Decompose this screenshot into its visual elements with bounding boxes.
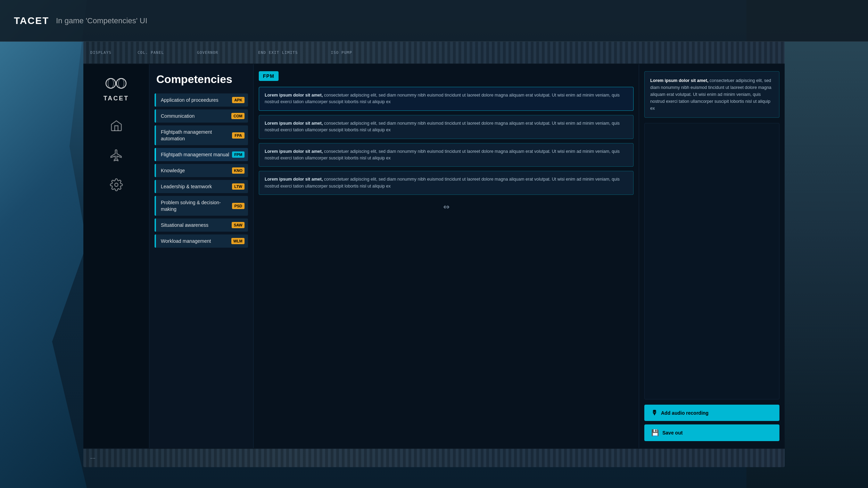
nav-item-home[interactable]: [107, 116, 126, 135]
comp-name-wlm: Workload management: [161, 238, 229, 244]
detail-card-3[interactable]: Lorem ipsum dolor sit amet, consectetuer…: [259, 143, 634, 167]
comp-badge-wlm: WLM: [231, 238, 245, 244]
cockpit-label-2: COL. PANEL: [138, 50, 164, 55]
detail-text-1: Lorem ipsum dolor sit amet, consectetuer…: [265, 92, 628, 106]
brand-name: TACET: [14, 15, 49, 26]
nav-item-settings[interactable]: [107, 175, 126, 194]
add-audio-button[interactable]: 🎙 Add audio recording: [644, 405, 779, 421]
cockpit-strip-inner: DISPLAYS COL. PANEL GOVERNOR END EXIT LI…: [83, 42, 785, 64]
comp-name-fpm: Flightpath management manual: [161, 151, 229, 158]
info-text: Lorem ipsum dolor sit amet, consectetuer…: [650, 77, 774, 112]
comp-name-ltw: Leadership & teamwork: [161, 183, 229, 190]
cockpit-label-3: GOVERNOR: [197, 50, 218, 55]
save-out-label: Save out: [662, 430, 683, 436]
center-panel: FPM Lorem ipsum dolor sit amet, consecte…: [254, 64, 639, 448]
logo-text: TACET: [104, 95, 129, 102]
svg-point-4: [115, 183, 118, 187]
settings-icon: [110, 178, 123, 191]
info-card: Lorem ipsum dolor sit amet, consectetuer…: [644, 71, 779, 118]
comp-name-saw: Situational awareness: [161, 222, 229, 228]
detail-text-3: Lorem ipsum dolor sit amet, consectetuer…: [265, 148, 628, 162]
comp-name-kno: Knowledge: [161, 167, 229, 174]
action-buttons: 🎙 Add audio recording 💾 Save out: [644, 405, 779, 441]
nav-items: [107, 116, 126, 441]
comp-name-com: Communication: [161, 113, 229, 119]
competencies-list: Application of proceedures APK Communica…: [155, 93, 248, 248]
comp-item-psd[interactable]: Problem solving & decision-making PSD: [155, 196, 248, 215]
cockpit-label-5: ISO PUMP: [331, 50, 352, 55]
page-header: TACET In game 'Competencies' UI: [0, 0, 868, 42]
comp-item-saw[interactable]: Situational awareness SAW: [155, 218, 248, 232]
comp-name-fpa: Flightpath management automation: [161, 129, 229, 141]
right-panel: Lorem ipsum dolor sit amet, consectetuer…: [639, 64, 785, 448]
fpm-badge-area: FPM: [259, 71, 634, 81]
plane-icon: [110, 149, 123, 162]
competencies-panel: Competencies Application of proceedures …: [149, 64, 254, 448]
svg-point-1: [116, 78, 126, 88]
detail-card-4[interactable]: Lorem ipsum dolor sit amet, consectetuer…: [259, 171, 634, 195]
comp-item-fpa[interactable]: Flightpath management automation FPA: [155, 125, 248, 145]
comp-badge-saw: SAW: [232, 222, 245, 228]
empty-card: [644, 123, 779, 399]
cockpit-bottom-label-1: ——: [90, 456, 96, 460]
cockpit-label-4: END EXIT LIMITS: [258, 50, 298, 55]
comp-badge-psd: PSD: [232, 203, 245, 209]
comp-item-fpm[interactable]: Flightpath management manual FPM: [155, 148, 248, 161]
svg-point-0: [106, 78, 116, 88]
comp-name-psd: Problem solving & decision-making: [161, 199, 229, 212]
cockpit-bottom-inner: ——: [83, 449, 785, 467]
detail-card-2[interactable]: Lorem ipsum dolor sit amet, consectetuer…: [259, 115, 634, 139]
comp-badge-fpa: FPA: [232, 132, 245, 139]
comp-badge-apk: APK: [232, 97, 245, 103]
comp-item-ltw[interactable]: Leadership & teamwork LTW: [155, 180, 248, 193]
logo-area: TACET: [104, 75, 129, 102]
add-audio-label: Add audio recording: [661, 410, 709, 416]
detail-text-4: Lorem ipsum dolor sit amet, consectetuer…: [265, 176, 628, 190]
detail-text-2: Lorem ipsum dolor sit amet, consectetuer…: [265, 120, 628, 134]
comp-item-apk[interactable]: Application of proceedures APK: [155, 93, 248, 107]
comp-badge-fpm: FPM: [232, 151, 245, 158]
svg-point-2: [108, 78, 114, 88]
sidebar: TACET: [83, 64, 149, 448]
comp-item-kno[interactable]: Knowledge KNO: [155, 164, 248, 177]
save-out-button[interactable]: 💾 Save out: [644, 424, 779, 441]
logo-icon: [104, 75, 128, 92]
panel-title: Competencies: [155, 73, 248, 86]
cockpit-label-1: DISPLAYS: [90, 50, 111, 55]
microphone-icon: 🎙: [651, 409, 658, 416]
page-subtitle: In game 'Competencies' UI: [56, 16, 147, 25]
comp-badge-ltw: LTW: [232, 183, 245, 190]
cockpit-strip-top: DISPLAYS COL. PANEL GOVERNOR END EXIT LI…: [83, 42, 785, 64]
app-window: DISPLAYS COL. PANEL GOVERNOR END EXIT LI…: [83, 42, 785, 467]
cockpit-strip-bottom: ——: [83, 448, 785, 467]
main-content: TACET: [83, 64, 785, 448]
arrow-container: ⇔: [259, 199, 634, 215]
comp-name-apk: Application of proceedures: [161, 97, 229, 103]
comp-badge-kno: KNO: [232, 167, 245, 174]
detail-card-1[interactable]: Lorem ipsum dolor sit amet, consectetuer…: [259, 87, 634, 111]
nav-item-plane[interactable]: [107, 146, 126, 165]
svg-point-3: [118, 78, 124, 88]
fpm-badge: FPM: [259, 71, 279, 81]
home-icon: [110, 119, 123, 132]
arrow-icon: ⇔: [443, 202, 449, 212]
comp-badge-com: COM: [231, 113, 245, 119]
save-icon: 💾: [651, 429, 659, 437]
comp-item-com[interactable]: Communication COM: [155, 109, 248, 123]
comp-item-wlm[interactable]: Workload management WLM: [155, 234, 248, 248]
